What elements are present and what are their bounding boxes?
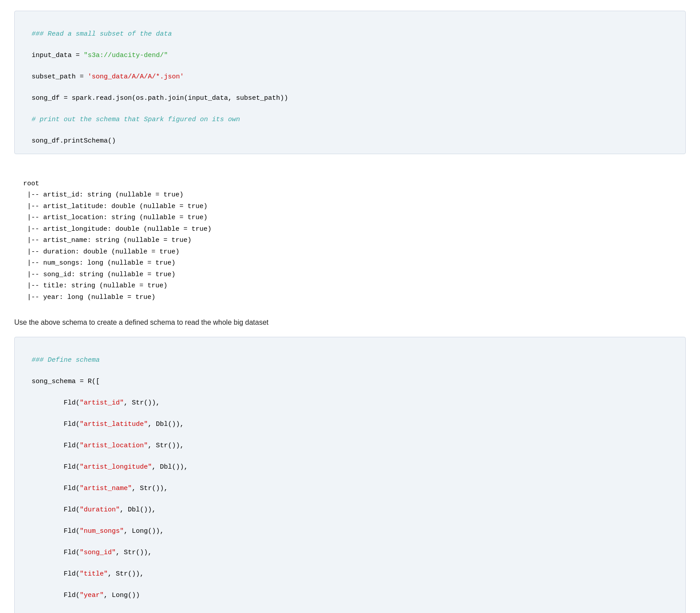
str-artist-longitude: "artist_longitude" (80, 463, 152, 471)
string-s3: "s3a://udacity-dend/" (84, 52, 168, 59)
output-artist-name: |-- artist_name: string (nullable = true… (23, 237, 191, 244)
comment-line-5: # print out the schema that Spark figure… (32, 116, 240, 123)
str-title: "title" (80, 570, 108, 578)
code-fld-artist-lat: Fld( (32, 421, 80, 428)
str-song-id: "song_id" (80, 549, 116, 556)
str-year: "year" (80, 592, 104, 599)
code-fld-artist-name: Fld( (32, 485, 80, 492)
output-title: |-- title: string (nullable = true) (23, 282, 167, 290)
comment-line-1: ### Read a small subset of the data (32, 30, 172, 38)
prose-description: Use the above schema to create a defined… (14, 317, 686, 328)
string-subset-path: 'song_data/A/A/A/*.json' (88, 73, 184, 81)
str-artist-latitude: "artist_latitude" (80, 421, 148, 428)
output-block-1: root |-- artist_id: string (nullable = t… (14, 163, 686, 306)
output-duration: |-- duration: double (nullable = true) (23, 248, 179, 256)
str-duration: "duration" (80, 506, 120, 514)
comment-define-schema: ### Define schema (32, 356, 100, 364)
code-fld-num-songs: Fld( (32, 527, 80, 535)
code-line-4: song_df = spark.read.json(os.path.join(i… (32, 94, 288, 102)
code-line-3: subset_path = (32, 73, 88, 81)
code-line-6: song_df.printSchema() (32, 137, 116, 145)
code-fld-song-id: Fld( (32, 549, 80, 556)
output-root: root (23, 180, 39, 188)
str-artist-id: "artist_id" (80, 399, 124, 407)
code-fld-artist-loc: Fld( (32, 442, 80, 450)
code-fld-year: Fld( (32, 592, 80, 599)
output-artist-id: |-- artist_id: string (nullable = true) (23, 191, 183, 199)
code-fld-artist-id: Fld( (32, 399, 80, 407)
output-artist-latitude: |-- artist_latitude: double (nullable = … (23, 203, 208, 210)
code-line-2: input_data = (32, 52, 84, 59)
code-block-1: ### Read a small subset of the data inpu… (14, 11, 686, 154)
code-block-2: ### Define schema song_schema = R([ Fld(… (14, 337, 686, 613)
output-artist-location: |-- artist_location: string (nullable = … (23, 214, 208, 221)
code-schema-start: song_schema = R([ (32, 378, 100, 385)
code-fld-title: Fld( (32, 570, 80, 578)
output-song-id: |-- song_id: string (nullable = true) (23, 271, 175, 278)
code-fld-artist-lon: Fld( (32, 463, 80, 471)
str-artist-location: "artist_location" (80, 442, 148, 450)
str-artist-name: "artist_name" (80, 485, 132, 492)
output-artist-longitude: |-- artist_longitude: double (nullable =… (23, 225, 212, 233)
code-fld-duration: Fld( (32, 506, 80, 514)
str-num-songs: "num_songs" (80, 527, 124, 535)
output-num-songs: |-- num_songs: long (nullable = true) (23, 259, 175, 267)
output-year: |-- year: long (nullable = true) (23, 294, 155, 301)
